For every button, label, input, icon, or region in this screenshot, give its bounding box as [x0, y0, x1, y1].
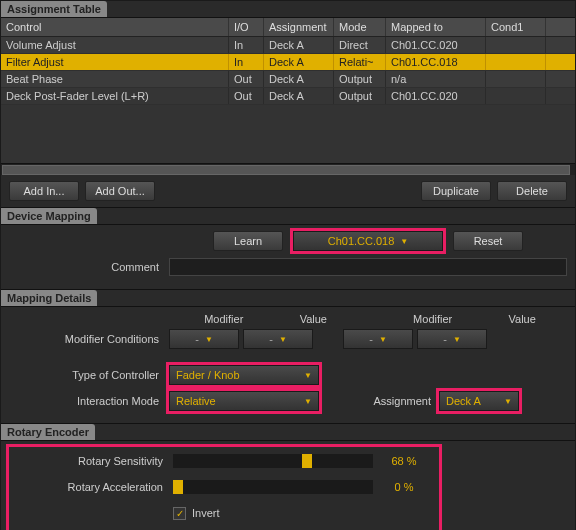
col-mode[interactable]: Mode [334, 18, 386, 36]
reset-button[interactable]: Reset [453, 231, 523, 251]
cell-mapped_to: Ch01.CC.020 [386, 37, 486, 53]
cell-io: In [229, 54, 264, 70]
modifier2-dropdown[interactable]: -▼ [343, 329, 413, 349]
interaction-mode-label: Interaction Mode [9, 395, 169, 407]
cell-mode: Direct [334, 37, 386, 53]
rotary-encoder-header: Rotary Encoder [1, 424, 95, 440]
invert-checkbox[interactable]: ✓ [173, 507, 186, 520]
assignment-dropdown[interactable]: Deck A▼ [439, 391, 519, 411]
assignment-table-header: Assignment Table [1, 1, 107, 17]
rotary-acceleration-label: Rotary Acceleration [13, 481, 173, 493]
invert-label: Invert [192, 507, 220, 519]
col-control[interactable]: Control [1, 18, 229, 36]
col-cond1[interactable]: Cond1 [486, 18, 546, 36]
table-empty-area [1, 105, 575, 163]
col-modifier-1: Modifier [179, 313, 269, 325]
comment-input[interactable] [169, 258, 567, 276]
value1-dropdown[interactable]: -▼ [243, 329, 313, 349]
mapping-details-header: Mapping Details [1, 290, 97, 306]
cell-cond1 [486, 54, 546, 70]
cell-io: Out [229, 88, 264, 104]
cell-assignment: Deck A [264, 54, 334, 70]
comment-label: Comment [9, 261, 169, 273]
cell-cond1 [486, 71, 546, 87]
add-out-button[interactable]: Add Out... [85, 181, 155, 201]
modifier-conditions-label: Modifier Conditions [9, 333, 169, 345]
device-mapping-header: Device Mapping [1, 208, 97, 224]
midi-mapping-value: Ch01.CC.018 [328, 235, 395, 247]
interaction-mode-dropdown[interactable]: Relative▼ [169, 391, 319, 411]
cell-cond1 [486, 88, 546, 104]
assignment-table: Control I/O Assignment Mode Mapped to Co… [1, 18, 575, 175]
rotary-acceleration-slider[interactable] [173, 480, 373, 494]
chevron-down-icon: ▼ [304, 371, 312, 380]
delete-button[interactable]: Delete [497, 181, 567, 201]
cell-mode: Relati~ [334, 54, 386, 70]
cell-control: Volume Adjust [1, 37, 229, 53]
rotary-sensitivity-value: 68 % [379, 454, 429, 468]
modifier1-dropdown[interactable]: -▼ [169, 329, 239, 349]
chevron-down-icon: ▼ [379, 335, 387, 344]
rotary-sensitivity-label: Rotary Sensitivity [13, 455, 173, 467]
cell-mapped_to: Ch01.CC.020 [386, 88, 486, 104]
slider-thumb[interactable] [173, 480, 183, 494]
assignment-label: Assignment [359, 395, 439, 407]
cell-io: In [229, 37, 264, 53]
cell-cond1 [486, 37, 546, 53]
cell-control: Filter Adjust [1, 54, 229, 70]
col-modifier-2: Modifier [388, 313, 478, 325]
chevron-down-icon: ▼ [504, 397, 512, 406]
chevron-down-icon: ▼ [205, 335, 213, 344]
cell-mode: Output [334, 71, 386, 87]
chevron-down-icon: ▼ [279, 335, 287, 344]
cell-control: Deck Post-Fader Level (L+R) [1, 88, 229, 104]
table-row[interactable]: Deck Post-Fader Level (L+R)OutDeck AOutp… [1, 88, 575, 105]
table-row[interactable]: Beat PhaseOutDeck AOutputn/a [1, 71, 575, 88]
table-row[interactable]: Filter AdjustInDeck ARelati~Ch01.CC.018 [1, 54, 575, 71]
table-header-row: Control I/O Assignment Mode Mapped to Co… [1, 18, 575, 37]
chevron-down-icon: ▼ [453, 335, 461, 344]
slider-thumb[interactable] [302, 454, 312, 468]
cell-mapped_to: n/a [386, 71, 486, 87]
col-assignment[interactable]: Assignment [264, 18, 334, 36]
duplicate-button[interactable]: Duplicate [421, 181, 491, 201]
cell-assignment: Deck A [264, 88, 334, 104]
rotary-acceleration-value: 0 % [379, 480, 429, 494]
add-in-button[interactable]: Add In... [9, 181, 79, 201]
col-io[interactable]: I/O [229, 18, 264, 36]
rotary-sensitivity-slider[interactable] [173, 454, 373, 468]
chevron-down-icon: ▼ [400, 237, 408, 246]
chevron-down-icon: ▼ [304, 397, 312, 406]
midi-mapping-dropdown[interactable]: Ch01.CC.018 ▼ [293, 231, 443, 251]
cell-io: Out [229, 71, 264, 87]
learn-button[interactable]: Learn [213, 231, 283, 251]
col-value-1: Value [269, 313, 359, 325]
cell-control: Beat Phase [1, 71, 229, 87]
horizontal-scrollbar[interactable] [1, 163, 575, 175]
value2-dropdown[interactable]: -▼ [417, 329, 487, 349]
table-row[interactable]: Volume AdjustInDeck ADirectCh01.CC.020 [1, 37, 575, 54]
col-mapped-to[interactable]: Mapped to [386, 18, 486, 36]
cell-assignment: Deck A [264, 71, 334, 87]
cell-mapped_to: Ch01.CC.018 [386, 54, 486, 70]
scrollbar-thumb[interactable] [2, 165, 570, 175]
cell-mode: Output [334, 88, 386, 104]
type-of-controller-dropdown[interactable]: Fader / Knob▼ [169, 365, 319, 385]
type-of-controller-label: Type of Controller [9, 369, 169, 381]
rotary-settings-group: Rotary Sensitivity 68 % Rotary Accelerat… [9, 447, 439, 530]
col-value-2: Value [477, 313, 567, 325]
cell-assignment: Deck A [264, 37, 334, 53]
